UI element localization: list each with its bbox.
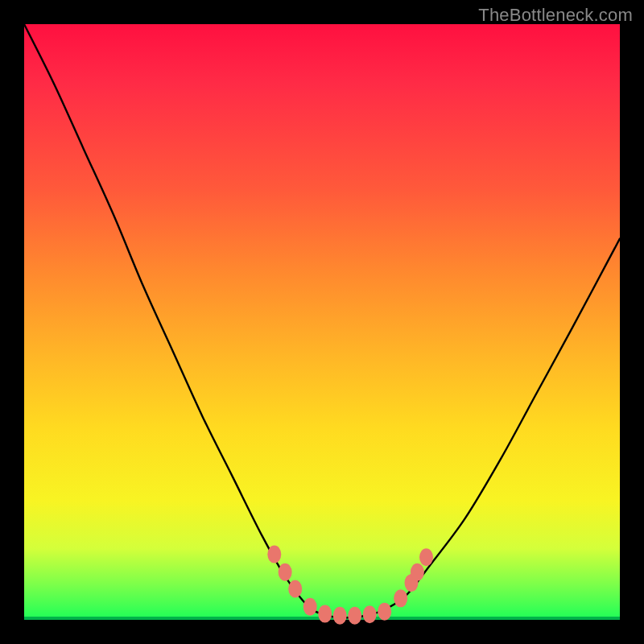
- marker-dot: [411, 564, 424, 581]
- marker-dot: [419, 548, 433, 566]
- marker-dot: [394, 589, 407, 607]
- marker-dot: [333, 607, 347, 625]
- chart-svg: [24, 24, 620, 620]
- bottleneck-curve: [24, 24, 620, 617]
- outer-frame: TheBottleneck.com: [0, 0, 644, 644]
- marker-dot: [267, 546, 281, 564]
- marker-dot: [348, 607, 361, 625]
- marker-dot: [288, 580, 302, 598]
- plot-area: [24, 24, 620, 620]
- marker-dot: [318, 605, 332, 623]
- marker-dot: [363, 605, 377, 623]
- marker-dot: [378, 603, 391, 621]
- marker-dot: [279, 564, 292, 581]
- valley-markers: [267, 546, 433, 625]
- watermark-text: TheBottleneck.com: [478, 5, 633, 26]
- marker-dot: [303, 598, 317, 616]
